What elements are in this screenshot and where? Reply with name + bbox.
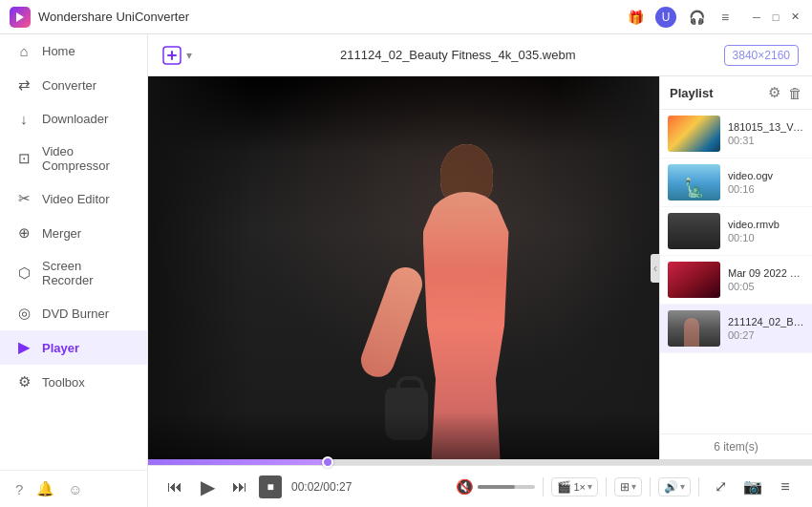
sidebar-item-player[interactable]: ▶ Player (0, 330, 147, 365)
screen-recorder-icon: ⬡ (15, 264, 32, 282)
playlist-info-0: 181015_13_Venic... 00:31 (728, 121, 804, 146)
sidebar-label-video-editor: Video Editor (42, 192, 110, 206)
sidebar-label-downloader: Downloader (42, 112, 108, 126)
sidebar-label-merger: Merger (42, 226, 81, 241)
sidebar-item-video-compressor[interactable]: ⊡ Video Compressor (0, 136, 147, 181)
sidebar-label-player: Player (42, 341, 79, 355)
sidebar-item-dvd-burner[interactable]: ◎ DVD Burner (0, 296, 147, 330)
menu-icon[interactable]: ≡ (716, 9, 734, 26)
audio-control[interactable]: 🔊 ▾ (658, 477, 691, 496)
thumb-image-1 (668, 164, 720, 201)
playlist-count: 6 item(s) (714, 440, 759, 454)
figure-arm (356, 263, 427, 382)
divider-2 (606, 477, 607, 496)
editor-icon: ✂ (15, 190, 32, 207)
gift-icon[interactable]: 🎁 (627, 9, 644, 26)
playlist-item-3[interactable]: Mar 09 2022 10_... 00:05 (660, 256, 812, 305)
notification-icon[interactable]: 🔔 (36, 480, 54, 497)
stop-button[interactable]: ■ (259, 475, 282, 498)
sidebar: ⌂ Home ⇄ Converter ↓ Downloader ⊡ Video … (0, 34, 148, 507)
progress-fill (148, 459, 328, 465)
toolbox-icon: ⚙ (15, 373, 32, 391)
sidebar-item-screen-recorder[interactable]: ⬡ Screen Recorder (0, 250, 147, 296)
sidebar-item-downloader[interactable]: ↓ Downloader (0, 102, 147, 136)
aspect-control[interactable]: ⊞ ▾ (614, 477, 642, 496)
sidebar-item-home[interactable]: ⌂ Home (0, 34, 147, 68)
playlist-footer: 6 item(s) (660, 433, 812, 459)
playlist-duration-3: 00:05 (728, 281, 804, 292)
maximize-button[interactable]: □ (768, 10, 783, 25)
playlist-item-4[interactable]: 211124_02_Beau... 00:27 (660, 305, 812, 353)
volume-control: 🔇 (456, 478, 535, 496)
sidebar-item-converter[interactable]: ⇄ Converter (0, 68, 147, 102)
titlebar: Wondershare UniConverter 🎁 U 🎧 ≡ ─ □ ✕ (0, 0, 812, 34)
volume-slider[interactable] (478, 485, 535, 489)
fast-forward-button[interactable]: ⏭ (226, 474, 253, 500)
volume-icon[interactable]: 🔇 (456, 478, 474, 496)
speed-arrow: ▾ (588, 481, 592, 492)
player-icon: ▶ (15, 339, 32, 356)
speed-control[interactable]: 🎬 1× ▾ (551, 477, 598, 496)
playlist-name-1: video.ogv (728, 170, 804, 181)
headset-icon[interactable]: 🎧 (688, 9, 705, 26)
playlist-item-2[interactable]: video.rmvb 00:10 (660, 207, 812, 256)
video-frame (148, 76, 659, 459)
video-vignette-bottom (148, 412, 659, 459)
volume-fill (478, 485, 515, 489)
playlist-name-2: video.rmvb (728, 219, 804, 230)
progress-thumb[interactable] (322, 456, 333, 468)
time-display: 00:02/00:27 (291, 480, 352, 494)
sidebar-label-toolbox: Toolbox (42, 375, 85, 390)
fit-screen-button[interactable]: ⤢ (707, 474, 734, 500)
svg-marker-0 (16, 12, 24, 22)
thumb-image-2 (668, 213, 720, 249)
playlist-name-4: 211124_02_Beau... (728, 316, 804, 327)
screenshot-button[interactable]: 📷 (739, 474, 766, 500)
playlist-info-4: 211124_02_Beau... 00:27 (728, 316, 804, 341)
figure-head (440, 144, 493, 206)
divider-3 (650, 477, 651, 496)
close-button[interactable]: ✕ (787, 10, 802, 25)
audio-icon: 🔊 (664, 480, 678, 494)
rewind-button[interactable]: ⏮ (161, 474, 188, 500)
thumb-image-4 (668, 310, 720, 347)
video-container[interactable]: ‹ (148, 76, 659, 459)
sidebar-item-video-editor[interactable]: ✂ Video Editor (0, 181, 147, 216)
content-area: ▾ 211124_02_Beauty Fitness_4k_035.webm 3… (148, 34, 812, 507)
thumb-image-3 (668, 262, 720, 298)
account-icon[interactable]: ☺ (68, 481, 82, 497)
play-button[interactable]: ▶ (194, 474, 221, 500)
resolution-badge: 3840×2160 (724, 45, 799, 66)
aspect-icon: ⊞ (620, 480, 630, 494)
dvd-icon: ◎ (15, 305, 32, 322)
playlist-toggle-button[interactable]: ≡ (772, 474, 799, 500)
sidebar-item-toolbox[interactable]: ⚙ Toolbox (0, 365, 147, 399)
collapse-panel-button[interactable]: ‹ (651, 254, 659, 283)
add-file-button[interactable]: ▾ (161, 45, 192, 66)
playlist-info-3: Mar 09 2022 10_... 00:05 (728, 267, 804, 292)
aspect-arrow: ▾ (631, 481, 636, 492)
help-icon[interactable]: ? (15, 481, 23, 497)
playlist-name-3: Mar 09 2022 10_... (728, 267, 804, 279)
audio-arrow: ▾ (680, 481, 685, 492)
main-layout: ⌂ Home ⇄ Converter ↓ Downloader ⊡ Video … (0, 34, 812, 507)
sidebar-item-merger[interactable]: ⊕ Merger (0, 216, 147, 250)
minimize-button[interactable]: ─ (749, 10, 764, 25)
user-avatar[interactable]: U (655, 7, 676, 28)
converter-icon: ⇄ (15, 76, 32, 94)
playlist-thumb-3 (668, 262, 720, 298)
controls-bar: ⏮ ▶ ⏭ ■ 00:02/00:27 🔇 🎬 1× ▾ ⊞ ▾ (148, 465, 812, 507)
playlist-panel: Playlist ⚙ 🗑 181015_13_Venic... 00:31 (659, 76, 812, 459)
playlist-header: Playlist ⚙ 🗑 (660, 76, 812, 110)
playlist-item-0[interactable]: 181015_13_Venic... 00:31 (660, 110, 812, 158)
divider-4 (698, 477, 699, 496)
playlist-title: Playlist (670, 86, 768, 100)
sidebar-bottom: ? 🔔 ☺ (0, 470, 147, 507)
progress-bar[interactable] (148, 459, 812, 465)
thumb-image-0 (668, 116, 720, 152)
trash-icon[interactable]: 🗑 (788, 85, 802, 101)
video-vignette-top (148, 76, 659, 153)
topbar: ▾ 211124_02_Beauty Fitness_4k_035.webm 3… (148, 34, 812, 76)
settings-icon[interactable]: ⚙ (768, 84, 780, 101)
playlist-item-1[interactable]: video.ogv 00:16 (660, 158, 812, 207)
